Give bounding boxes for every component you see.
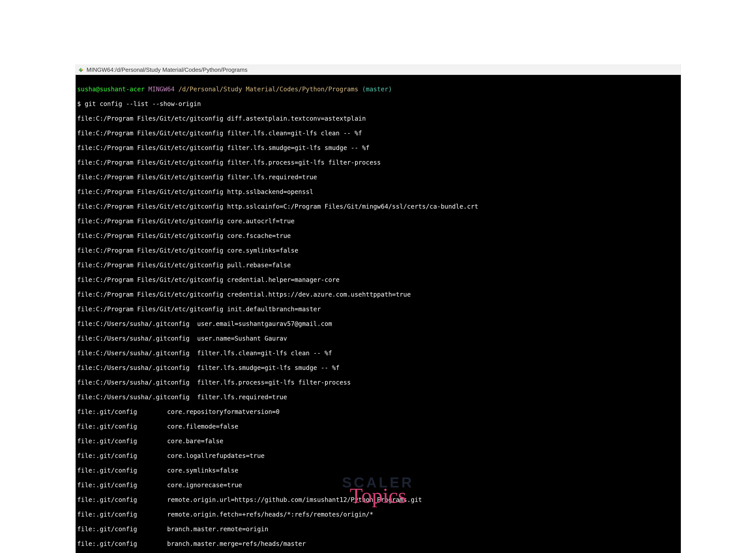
output-line: file:.git/config core.repositoryformatve… (77, 408, 679, 415)
logo-topics-text: Topics (311, 485, 445, 506)
window-titlebar: MINGW64:/d/Personal/Study Material/Codes… (76, 65, 681, 75)
output-line: file:.git/config core.logallrefupdates=t… (77, 452, 679, 460)
output-line: file:C:/Program Files/Git/etc/gitconfig … (77, 115, 679, 122)
output-line: file:C:/Users/susha/.gitconfig filter.lf… (77, 349, 679, 357)
output-line: file:C:/Program Files/Git/etc/gitconfig … (77, 261, 679, 269)
output-line: file:.git/config remote.origin.fetch=+re… (77, 511, 679, 518)
output-line: file:.git/config branch.master.merge=ref… (77, 540, 679, 547)
prompt-branch: (master) (358, 86, 392, 93)
svg-marker-2 (79, 68, 81, 72)
output-line: file:.git/config core.symlinks=false (77, 467, 679, 474)
output-line: file:C:/Program Files/Git/etc/gitconfig … (77, 232, 679, 239)
output-line: file:.git/config core.bare=false (77, 438, 679, 445)
output-line: file:C:/Program Files/Git/etc/gitconfig … (77, 130, 679, 137)
svg-marker-3 (81, 68, 83, 70)
output-line: file:C:/Users/susha/.gitconfig user.name… (77, 335, 679, 342)
window-title: MINGW64:/d/Personal/Study Material/Codes… (86, 66, 248, 73)
output-line: file:C:/Program Files/Git/etc/gitconfig … (77, 188, 679, 195)
output-line: file:C:/Users/susha/.gitconfig filter.lf… (77, 393, 679, 401)
output-line: file:C:/Users/susha/.gitconfig filter.lf… (77, 379, 679, 386)
command-line: $ git config --list --show-origin (77, 100, 679, 107)
prompt-path: /d/Personal/Study Material/Codes/Python/… (178, 86, 358, 93)
output-line: file:C:/Program Files/Git/etc/gitconfig … (77, 276, 679, 284)
prompt-dollar: $ (77, 100, 85, 107)
output-line: file:.git/config core.filemode=false (77, 423, 679, 430)
mingw-icon (78, 68, 83, 72)
prompt-mingw: MINGW64 (144, 86, 178, 93)
output-line: file:C:/Program Files/Git/etc/gitconfig … (77, 247, 679, 254)
output-line: file:C:/Program Files/Git/etc/gitconfig … (77, 173, 679, 181)
output-line: file:C:/Program Files/Git/etc/gitconfig … (77, 159, 679, 166)
prompt-line: susha@sushant-acer MINGW64 /d/Personal/S… (77, 86, 679, 93)
output-line: file:C:/Users/susha/.gitconfig filter.lf… (77, 364, 679, 372)
entered-command: git config --list --show-origin (85, 100, 201, 107)
prompt-user: susha@sushant-acer (77, 86, 144, 93)
scaler-topics-logo: SCALER Topics (311, 474, 445, 506)
output-line: file:C:/Users/susha/.gitconfig user.emai… (77, 320, 679, 327)
output-line: file:.git/config branch.master.remote=or… (77, 526, 679, 533)
output-line: file:C:/Program Files/Git/etc/gitconfig … (77, 144, 679, 152)
output-line: file:C:/Program Files/Git/etc/gitconfig … (77, 203, 679, 210)
output-line: file:C:/Program Files/Git/etc/gitconfig … (77, 306, 679, 313)
output-line: file:C:/Program Files/Git/etc/gitconfig … (77, 291, 679, 298)
output-line: file:C:/Program Files/Git/etc/gitconfig … (77, 218, 679, 225)
